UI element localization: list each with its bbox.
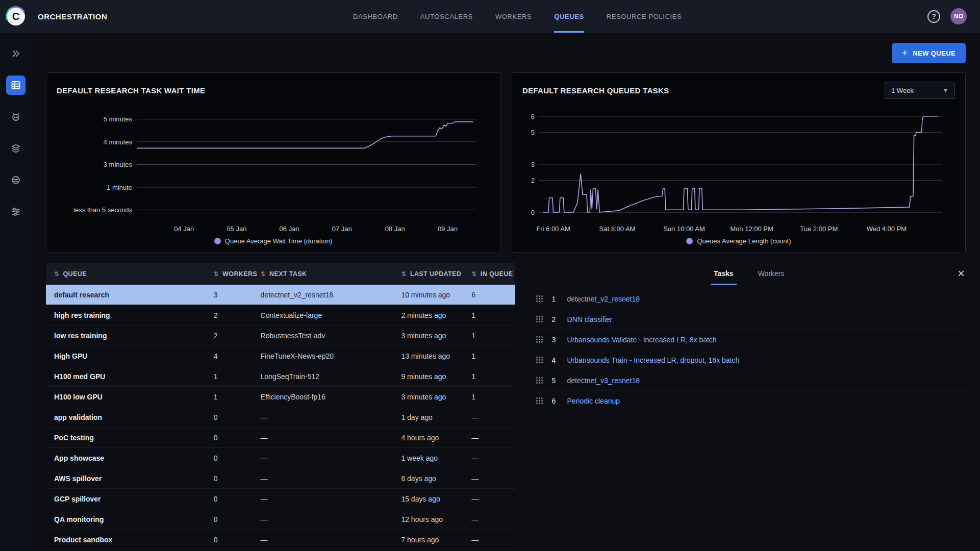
nav-tab[interactable]: WORKERS: [495, 0, 532, 33]
new-queue-button[interactable]: + NEW QUEUE: [892, 43, 966, 63]
task-link[interactable]: Urbansounds Validate - Increased LR, 8x …: [567, 336, 717, 344]
svg-text:Mon 12:00 PM: Mon 12:00 PM: [730, 225, 773, 233]
nav-tab[interactable]: DASHBOARD: [353, 0, 398, 33]
table-row[interactable]: QA monitoring 0 — 12 hours ago —: [46, 509, 515, 530]
task-link[interactable]: Urbansounds Train - Increased LR, dropou…: [567, 356, 740, 364]
clearml-logo-icon[interactable]: C: [7, 7, 25, 26]
svg-text:Fri 6:00 AM: Fri 6:00 AM: [536, 225, 570, 233]
queued-tasks-card: DEFAULT RESEARCH QUEUED TASKS 1 Week ▼ 0…: [512, 72, 966, 253]
queue-in-queue: 1: [463, 372, 515, 381]
task-row[interactable]: 1 detectnet_v2_resnet18: [533, 289, 966, 309]
wait-time-card: DEFAULT RESEARCH TASK WAIT TIME less tha…: [46, 72, 500, 253]
sort-icon[interactable]: ⇅: [214, 270, 219, 278]
queue-name: GCP spillover: [46, 495, 206, 503]
detail-tabs: Tasks Workers: [711, 263, 788, 285]
orbit-icon[interactable]: [6, 170, 26, 190]
task-link[interactable]: detectnet_v3_resnet18: [567, 377, 640, 385]
task-row[interactable]: 3 Urbansounds Validate - Increased LR, 8…: [533, 330, 966, 350]
column-header[interactable]: ⇅ WORKERS: [206, 270, 253, 278]
column-label: QUEUE: [63, 270, 86, 278]
task-row[interactable]: 2 DNN classifier: [533, 309, 966, 330]
drag-handle-icon[interactable]: [536, 356, 544, 364]
top-bar: ORCHESTRATION DASHBOARD AUTOSCALERS WORK…: [32, 0, 980, 33]
table-row[interactable]: PoC testing 0 — 4 hours ago —: [46, 428, 515, 448]
drag-handle-icon[interactable]: [536, 377, 544, 385]
task-list: 1 detectnet_v2_resnet18: [533, 289, 966, 411]
task-index: 5: [552, 377, 567, 385]
close-icon[interactable]: ×: [958, 267, 965, 280]
table-row[interactable]: H100 med GPU 1 LongSeqTrain-512 9 minute…: [46, 366, 515, 387]
drag-handle-icon[interactable]: [536, 315, 544, 323]
pipelines-icon[interactable]: [6, 202, 26, 221]
task-row[interactable]: 4 Urbansounds Train - Increased LR, drop…: [533, 350, 966, 370]
table-row[interactable]: High GPU 4 FineTuneX-News-ep20 13 minute…: [46, 346, 515, 366]
detail-panel-header: Tasks Workers ×: [533, 263, 966, 285]
drag-handle-icon[interactable]: [536, 295, 544, 303]
table-row[interactable]: AWS spillover 0 — 6 days ago —: [46, 468, 515, 489]
column-header[interactable]: ⇅ IN QUEUE: [463, 270, 515, 278]
queue-workers: 4: [206, 352, 253, 360]
queue-next-task: Contextualize-large: [253, 311, 393, 319]
queue-workers: 1: [206, 393, 253, 401]
task-index: 2: [552, 315, 567, 323]
table-row[interactable]: GCP spillover 0 — 15 days ago —: [46, 489, 515, 509]
column-header[interactable]: ⇅ NEXT TASK: [253, 270, 393, 278]
legend-label: Queue Average Wait Time (duration): [225, 237, 332, 245]
queues-icon[interactable]: [6, 76, 26, 95]
help-icon[interactable]: ?: [927, 10, 940, 23]
queue-next-task: EfficiencyBoost-fp16: [253, 393, 393, 401]
bottom-section: ⇅ QUEUE ⇅ WORKERS ⇅ NEXT TASK: [46, 263, 966, 551]
drag-handle-icon[interactable]: [536, 397, 544, 405]
column-header[interactable]: ⇅ QUEUE: [46, 270, 206, 278]
nav-tab[interactable]: AUTOSCALERS: [420, 0, 473, 33]
table-row[interactable]: low res training 2 RobustnessTest-adv 3 …: [46, 325, 515, 346]
nav-tab[interactable]: QUEUES: [554, 0, 584, 33]
task-row[interactable]: 6 Periodic cleanup: [533, 391, 966, 411]
svg-text:2: 2: [531, 177, 535, 184]
table-row[interactable]: high res training 2 Contextualize-large …: [46, 305, 515, 325]
queue-last-updated: 15 days ago: [393, 495, 463, 503]
sort-icon[interactable]: ⇅: [54, 270, 59, 278]
task-link[interactable]: detectnet_v2_resnet18: [567, 295, 640, 303]
svg-text:07 Jan: 07 Jan: [332, 225, 352, 233]
datasets-icon[interactable]: [6, 139, 26, 158]
table-row[interactable]: app validation 0 — 1 day ago —: [46, 407, 515, 428]
queue-next-task: RobustnessTest-adv: [253, 332, 393, 340]
workers-icon[interactable]: [6, 107, 26, 127]
svg-text:0: 0: [531, 209, 535, 216]
task-index: 6: [552, 397, 567, 405]
legend-dot-icon: [214, 238, 221, 244]
main-nav: DASHBOARD AUTOSCALERS WORKERS QUEUES RES…: [353, 0, 682, 33]
task-link[interactable]: DNN classifier: [567, 315, 613, 323]
table-row[interactable]: H100 low GPU 1 EfficiencyBoost-fp16 3 mi…: [46, 387, 515, 407]
sort-icon[interactable]: ⇅: [261, 270, 266, 278]
task-link[interactable]: Periodic cleanup: [567, 397, 620, 405]
time-range-select[interactable]: 1 Week ▼: [885, 82, 955, 99]
table-row[interactable]: App showcase 0 — 1 week ago —: [46, 448, 515, 468]
launch-icon[interactable]: [6, 44, 26, 63]
left-rail: C: [0, 0, 32, 551]
sort-icon[interactable]: ⇅: [401, 270, 406, 278]
column-header[interactable]: ⇅ LAST UPDATED: [393, 270, 463, 278]
column-label: LAST UPDATED: [410, 270, 461, 278]
table-row[interactable]: Product sandbox 0 — 7 hours ago —: [46, 530, 515, 550]
avatar[interactable]: NO: [950, 8, 967, 24]
svg-text:05 Jan: 05 Jan: [227, 225, 246, 233]
queue-in-queue: —: [463, 434, 515, 442]
detail-tab-label: Workers: [758, 269, 785, 278]
drag-handle-icon[interactable]: [536, 336, 544, 344]
svg-text:3: 3: [531, 161, 535, 168]
task-row[interactable]: 5 detectnet_v3_resnet18: [533, 370, 966, 391]
nav-tab[interactable]: RESOURCE POLICIES: [607, 0, 682, 33]
queue-workers: 3: [206, 291, 253, 299]
queue-in-queue: —: [463, 515, 515, 523]
column-label: NEXT TASK: [269, 270, 307, 278]
table-row[interactable]: default research 3 detectnet_v2_resnet18…: [46, 285, 515, 305]
task-index: 4: [552, 356, 567, 364]
queue-name: low res training: [46, 332, 206, 340]
detail-tab[interactable]: Tasks: [711, 263, 737, 285]
detail-tab[interactable]: Workers: [755, 263, 788, 285]
sort-icon[interactable]: ⇅: [471, 270, 476, 278]
queue-last-updated: 12 hours ago: [393, 515, 463, 523]
chart-legend: Queue Average Wait Time (duration): [57, 237, 490, 245]
